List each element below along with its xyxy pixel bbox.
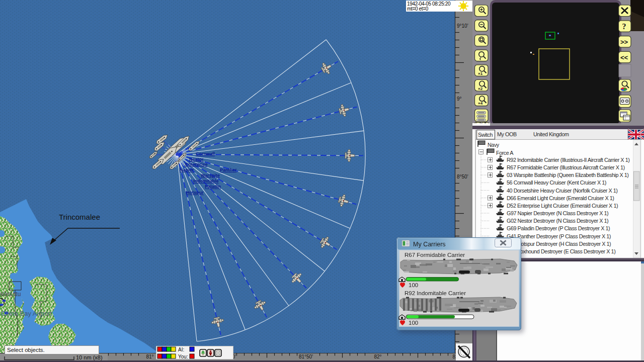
svg-text:?: ? xyxy=(622,22,626,31)
svg-text:×1: ×1 xyxy=(478,71,483,76)
svg-text:G97 Napier Destroyer (N Class: G97 Napier Destroyer (N Class Destroyer … xyxy=(507,210,608,216)
svg-text:H27 Hotspur Destroyer (H Class: H27 Hotspur Destroyer (H Class Destroyer… xyxy=(507,241,611,247)
svg-text:100: 100 xyxy=(409,320,418,326)
svg-text:Switch: Switch xyxy=(478,132,493,138)
svg-text:10 nm (x8): 10 nm (x8) xyxy=(76,354,103,360)
svg-text:H43 Foxhound Destroyer (E Clas: H43 Foxhound Destroyer (E Class Destroye… xyxy=(507,248,615,254)
svg-text:R67 Formidable Carrier: R67 Formidable Carrier xyxy=(405,252,465,258)
svg-text:D66 Emerald Light Cruiser (Eme: D66 Emerald Light Cruiser (Emerald Cruis… xyxy=(507,195,614,201)
svg-text:R92 Indomitable Carrier (Illus: R92 Indomitable Carrier (Illustrious-II … xyxy=(507,157,629,163)
svg-text:AI:: AI: xyxy=(178,347,184,352)
svg-text:9°: 9° xyxy=(457,96,462,102)
svg-text:81°: 81° xyxy=(146,354,153,359)
svg-text:G41 Panther Destroyer (P Class: G41 Panther Destroyer (P Class Destroyer… xyxy=(507,233,611,239)
svg-text:40 Dorsetshire Heavy Cruiser (: 40 Dorsetshire Heavy Cruiser (Norfolk Cr… xyxy=(507,188,618,194)
svg-text:×2: ×2 xyxy=(478,86,483,91)
svg-text:You:: You: xyxy=(178,354,188,359)
svg-text:>>: >> xyxy=(620,38,628,46)
svg-text:81°50': 81°50' xyxy=(299,354,313,359)
svg-text:Force A: Force A xyxy=(496,150,514,156)
svg-text:D52 Enterprise Light Cruiser (: D52 Enterprise Light Cruiser (Emerald Cr… xyxy=(507,203,618,209)
svg-text:United Kingdom: United Kingdom xyxy=(533,131,569,137)
svg-text:9°10': 9°10' xyxy=(457,23,468,29)
svg-text:G02 Nestor Destroyer (N Class: G02 Nestor Destroyer (N Class Destroyer … xyxy=(507,218,608,224)
svg-text:Navy: Navy xyxy=(488,142,500,148)
svg-text:8°50': 8°50' xyxy=(457,174,468,179)
svg-text:03 Warspite Battleship (Queen: 03 Warspite Battleship (Queen Elizabeth … xyxy=(507,172,629,178)
svg-text:My Carriers: My Carriers xyxy=(413,241,446,248)
svg-text:My OOB: My OOB xyxy=(497,131,517,137)
svg-text:56 Cornwall Heavy Cruiser (Ken: 56 Cornwall Heavy Cruiser (Kent Cruiser … xyxy=(507,179,606,186)
svg-text:×4: ×4 xyxy=(478,101,483,106)
svg-text:100: 100 xyxy=(409,282,418,288)
svg-text:G69 Paladin Destroyer (P Class: G69 Paladin Destroyer (P Class Destroyer… xyxy=(507,225,610,231)
svg-text:R92 Indomitable Carrier: R92 Indomitable Carrier xyxy=(405,290,466,296)
svg-text:82°: 82° xyxy=(374,354,381,359)
svg-text:R67 Formidable Carrier (Illust: R67 Formidable Carrier (Illustrious Airc… xyxy=(507,164,625,170)
svg-text:<<: << xyxy=(620,54,628,61)
